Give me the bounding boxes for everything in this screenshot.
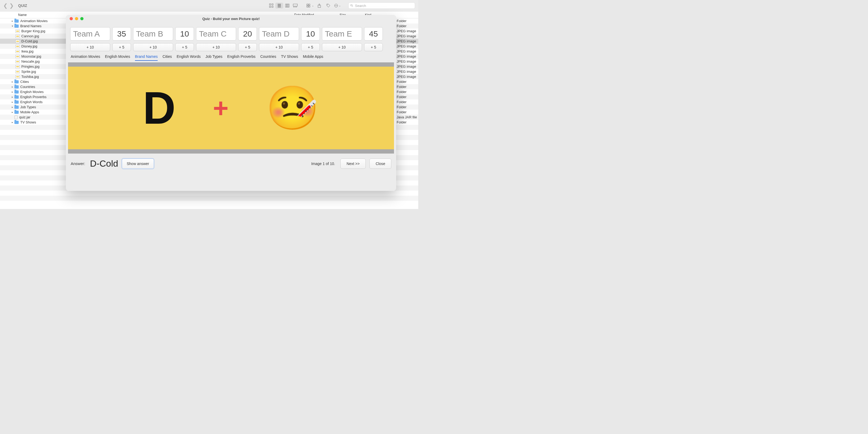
file-name: Mobile Apps [20,110,39,114]
tags-icon[interactable] [324,3,332,8]
disclosure-icon[interactable]: ▸ [11,20,14,23]
kind-cell: Folder [396,84,418,89]
team-score-input[interactable]: 10 [301,27,320,40]
empty-kind-cell [396,186,418,191]
list-view-icon[interactable] [275,3,283,8]
file-name: quiz.jar [19,115,30,119]
nav-forward-icon[interactable]: ❯ [9,2,14,9]
add-10-button[interactable]: + 10 [322,43,362,51]
empty-kind-cell [396,155,418,160]
disclosure-icon[interactable]: ▸ [11,121,14,124]
disclosure-icon[interactable]: ▸ [11,95,14,98]
svg-rect-1 [272,4,273,5]
add-10-button[interactable]: + 10 [133,43,173,51]
kind-cell: JPEG image [396,44,418,49]
column-view-icon[interactable] [283,3,291,8]
team-score-input[interactable]: 35 [112,27,131,40]
image-file-icon [16,75,20,78]
add-10-button[interactable]: + 10 [259,43,299,51]
file-name: Nescafe.jpg [21,60,40,63]
nav-back-icon[interactable]: ❮ [3,2,8,9]
group-by-icon[interactable]: ⌄ [306,3,314,8]
finder-toolbar: ❮ ❯ QUIZ ⌄ ⌄ [0,0,418,11]
kind-cell: Folder [396,104,418,109]
kind-cell: JPEG image [396,64,418,69]
category-tab[interactable]: Mobile Apps [303,55,323,61]
file-name: English Proverbs [20,95,46,99]
category-tab[interactable]: English Words [177,55,200,61]
file-name: Animation Movies [20,19,48,23]
svg-rect-10 [293,4,298,6]
file-name: English Movies [20,90,43,94]
add-10-button[interactable]: + 10 [196,43,236,51]
search-input[interactable]: Search [348,2,415,9]
answer-text: D-Cold [90,158,118,169]
category-tab[interactable]: TV Shows [281,55,298,61]
empty-row [0,191,418,196]
add-5-button[interactable]: + 5 [112,43,131,51]
add-5-button[interactable]: + 5 [301,43,320,51]
svg-point-24 [337,5,337,6]
image-file-icon [16,60,20,63]
category-tab[interactable]: Animation Movies [71,55,100,61]
team-name-input[interactable]: Team C [196,27,236,40]
file-name: Cannon.jpg [21,34,39,38]
category-tab[interactable]: Cities [162,55,172,61]
add-5-button[interactable]: + 5 [364,43,383,51]
file-name: English Words [20,100,43,104]
svg-point-25 [351,4,352,6]
finder-title: QUIZ [18,3,27,8]
file-name: Pringles.jpg [21,65,39,68]
file-name: TV Shows [20,120,36,124]
kind-cell: JPEG image [396,29,418,34]
kind-cell: JPEG image [396,54,418,59]
disclosure-icon[interactable]: ▸ [11,80,14,83]
file-name: Ikea.jpg [21,49,34,53]
category-tab[interactable]: Countries [260,55,276,61]
disclosure-icon[interactable]: ▸ [11,90,14,93]
disclosure-icon[interactable]: ▸ [11,106,14,108]
team-score-input[interactable]: 20 [238,27,257,40]
add-5-button[interactable]: + 5 [238,43,257,51]
icon-view-icon[interactable] [267,3,275,8]
next-button[interactable]: Next >> [340,159,366,169]
category-tab[interactable]: Brand Names [135,55,158,61]
category-tab[interactable]: Job Types [206,55,222,61]
folder-icon [14,80,19,84]
add-10-button[interactable]: + 10 [70,43,110,51]
team-score-input[interactable]: 10 [175,27,194,40]
team-name-input[interactable]: Team A [70,27,110,40]
kind-cell: Folder [396,19,418,24]
svg-rect-2 [270,6,271,7]
category-tab[interactable]: English Movies [105,55,130,61]
share-icon[interactable] [315,3,323,8]
image-file-icon [16,30,20,33]
disclosure-icon[interactable]: ▸ [11,85,14,88]
empty-row [0,196,418,201]
teams-row: Team A35Team B10Team C20Team D10Team E45 [66,23,396,43]
category-tab[interactable]: English Proverbs [227,55,255,61]
show-answer-button[interactable]: Show answer [122,159,154,169]
disclosure-icon[interactable]: ▸ [11,111,14,113]
empty-kind-cell [396,150,418,155]
score-buttons-row: + 10+ 5+ 10+ 5+ 10+ 5+ 10+ 5+ 10+ 5 [66,43,396,55]
close-button[interactable]: Close [369,159,391,169]
kind-cell: JPEG image [396,74,418,79]
folder-icon [14,20,19,23]
team-name-input[interactable]: Team B [133,27,173,40]
empty-kind-cell [396,165,418,170]
folder-icon [14,85,19,89]
team-score-input[interactable]: 45 [364,27,383,40]
disclosure-icon[interactable]: ▾ [11,25,14,28]
more-icon[interactable]: ⌄ [334,3,341,8]
add-5-button[interactable]: + 5 [175,43,194,51]
svg-rect-16 [307,6,308,7]
picture-area: D + 🤒 [68,62,394,154]
disclosure-icon[interactable]: ▸ [11,100,14,103]
folder-icon [14,121,19,124]
team-name-input[interactable]: Team E [322,27,362,40]
picture-letter: D [143,82,176,134]
file-name: Disney.jpg [21,44,37,48]
team-name-input[interactable]: Team D [259,27,299,40]
gallery-view-icon[interactable] [291,3,299,8]
